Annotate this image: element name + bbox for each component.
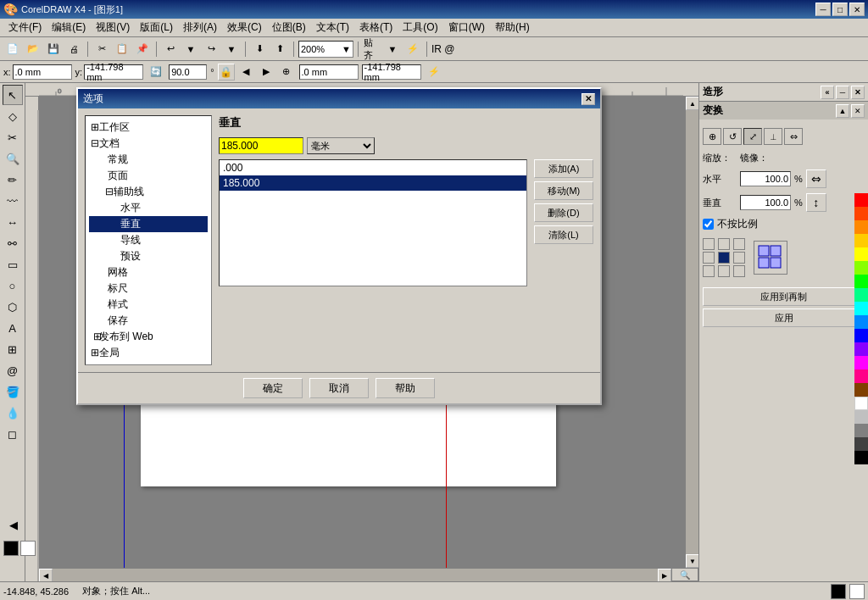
tree-ruler[interactable]: 标尺 — [89, 281, 208, 297]
tree-vertical[interactable]: 垂直 — [89, 216, 208, 232]
color-dark-gray[interactable] — [854, 437, 868, 451]
paste-button[interactable]: 📌 — [133, 40, 152, 58]
print-button[interactable]: 🖨 — [64, 40, 83, 58]
tree-general[interactable]: 常规 — [89, 152, 208, 168]
polygon-tool[interactable]: ⬡ — [3, 297, 23, 317]
save-button[interactable]: 💾 — [44, 40, 63, 58]
ok-button[interactable]: 确定 — [243, 378, 303, 398]
lock-button[interactable]: 🔒 — [218, 64, 235, 81]
menu-arrange[interactable]: 排列(A) — [178, 19, 222, 36]
color-light-gray[interactable] — [854, 410, 868, 424]
color-red-orange[interactable] — [854, 207, 868, 220]
import-button[interactable]: ⬇ — [250, 40, 269, 58]
dimension-tool[interactable]: ↔ — [3, 212, 23, 232]
zoom-input[interactable]: 200% ▼ — [298, 41, 353, 58]
menu-table[interactable]: 表格(T) — [354, 19, 398, 36]
snap-dropdown[interactable]: ▼ — [383, 40, 402, 58]
freehand-tool[interactable]: ✏ — [3, 169, 23, 190]
anchor-br[interactable] — [733, 265, 745, 277]
menu-edit[interactable]: 编辑(E) — [47, 19, 91, 36]
color-sky-blue[interactable] — [854, 315, 868, 329]
scroll-right-button[interactable]: ▶ — [658, 569, 671, 581]
color-yellow[interactable] — [854, 247, 868, 261]
tree-guidelines[interactable]: ⊟辅助线 — [89, 184, 208, 200]
mirror-icon[interactable]: ⇔ — [784, 128, 803, 145]
anchor-bc[interactable] — [718, 265, 730, 277]
pos-x-input[interactable]: .0 mm — [299, 64, 359, 80]
ellipse-tool[interactable]: ○ — [3, 275, 23, 296]
menu-layout[interactable]: 版面(L) — [135, 19, 178, 36]
transform-close[interactable]: ✕ — [851, 104, 865, 118]
connector-tool[interactable]: ⚯ — [3, 233, 23, 253]
skew-icon[interactable]: ⟂ — [764, 128, 782, 145]
color-blue[interactable] — [854, 329, 868, 342]
redo-list-button[interactable]: ▼ — [222, 40, 241, 58]
cancel-button[interactable]: 取消 — [309, 378, 369, 398]
v-mirror-btn[interactable]: ↕ — [806, 193, 826, 212]
minimize-button[interactable]: ─ — [815, 3, 831, 16]
unit-selector[interactable]: 毫米 厘米 英寸 — [307, 137, 375, 154]
scroll-left-button[interactable]: ◀ — [39, 569, 53, 581]
scrollbar-vertical[interactable]: ▲ ▼ — [685, 97, 698, 568]
scroll-track-v[interactable] — [686, 110, 698, 554]
snap-icon[interactable]: ⚡ — [403, 40, 422, 58]
anchor-tl[interactable] — [703, 238, 715, 250]
color-black[interactable] — [854, 451, 868, 464]
tree-workspace[interactable]: ⊞工作区 — [89, 119, 208, 136]
h-mirror-btn[interactable]: ⇔ — [806, 169, 826, 188]
pos-y-input[interactable]: -141.798 mm — [362, 64, 421, 80]
anchor-mc[interactable] — [718, 252, 730, 264]
outline-color[interactable] — [20, 541, 36, 556]
transform-icon[interactable]: ⊕ — [277, 63, 296, 81]
export-button[interactable]: ⬆ — [270, 40, 289, 58]
smart-draw-tool[interactable]: 〰 — [3, 191, 23, 211]
angle-btn[interactable]: 🔄 — [147, 63, 165, 81]
help-button[interactable]: 帮助 — [376, 378, 435, 398]
prev-btn[interactable]: ◀ — [236, 63, 255, 81]
no-scale-checkbox[interactable] — [703, 219, 714, 230]
fill-color[interactable] — [3, 541, 19, 556]
undo-list-button[interactable]: ▼ — [181, 40, 200, 58]
scroll-down-button[interactable]: ▼ — [686, 554, 698, 568]
tree-page[interactable]: 页面 — [89, 168, 208, 184]
tree-guides[interactable]: 导线 — [89, 232, 208, 248]
rotate-icon[interactable]: ↺ — [723, 128, 742, 145]
x-coord-input[interactable]: .0 mm — [13, 64, 72, 80]
guide-item-1[interactable]: 185.000 — [220, 175, 526, 191]
extra-tool[interactable]: ⚡ — [425, 63, 443, 81]
scroll-track-h[interactable] — [53, 569, 658, 581]
tree-grid[interactable]: 网格 — [89, 264, 208, 281]
transform-expand[interactable]: ▲ — [836, 104, 849, 118]
clear-button[interactable]: 清除(L) — [534, 225, 593, 244]
move-icon[interactable]: ⊕ — [703, 128, 721, 145]
zoom-tool[interactable]: 🔍 — [3, 148, 23, 169]
v-value-input[interactable] — [740, 195, 791, 210]
delete-button[interactable]: 删除(D) — [534, 203, 593, 222]
color-yellow-orange[interactable] — [854, 234, 868, 247]
add-button[interactable]: 添加(A) — [534, 159, 593, 178]
menu-view[interactable]: 视图(V) — [91, 19, 135, 36]
color-brown[interactable] — [854, 383, 868, 397]
scroll-up-button[interactable]: ▲ — [686, 97, 698, 110]
anchor-tc[interactable] — [718, 238, 730, 250]
open-button[interactable]: 📂 — [24, 40, 42, 58]
page-prev[interactable]: ◀ — [3, 514, 24, 535]
guide-value-input[interactable] — [219, 137, 303, 154]
select-tool[interactable]: ↖ — [3, 85, 23, 105]
canvas-area[interactable]: 0 40 80 120 160 200 240 — [25, 83, 698, 581]
color-gray[interactable] — [854, 424, 868, 437]
maximize-button[interactable]: □ — [832, 3, 848, 16]
cut-button[interactable]: ✂ — [92, 40, 111, 58]
tree-publish-web[interactable]: ⊞发布到 Web — [89, 329, 208, 345]
color-green[interactable] — [854, 275, 868, 288]
color-yellow-green[interactable] — [854, 261, 868, 275]
tree-global[interactable]: ⊞全局 — [89, 345, 208, 361]
color-red[interactable] — [854, 193, 868, 207]
guide-item-0[interactable]: .000 — [220, 160, 526, 175]
anchor-ml[interactable] — [703, 252, 715, 264]
apply-button[interactable]: 应用 — [703, 308, 865, 327]
y-coord-input[interactable]: -141.798 mm — [84, 64, 143, 80]
menu-bitmap[interactable]: 位图(B) — [267, 19, 311, 36]
panel-close[interactable]: ✕ — [851, 86, 865, 99]
copy-button[interactable]: 📋 — [113, 40, 131, 58]
